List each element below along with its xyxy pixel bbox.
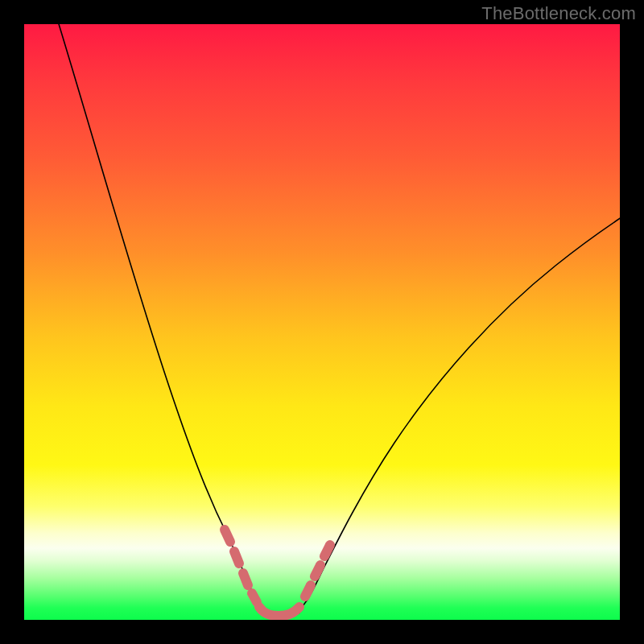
highlight-left-dash-4 — [252, 593, 257, 602]
highlight-valley — [259, 607, 299, 616]
chart-frame: TheBottleneck.com — [0, 0, 644, 644]
highlight-right-dash-2 — [315, 565, 320, 576]
watermark-text: TheBottleneck.com — [481, 3, 636, 24]
curve-left-arm — [56, 24, 270, 615]
curve-right-arm — [291, 217, 620, 615]
highlight-right-dash-1 — [305, 585, 311, 597]
highlight-left-dash-3 — [243, 573, 248, 585]
highlight-left-dash-2 — [234, 551, 239, 564]
highlight-right-dash-3 — [324, 545, 330, 556]
plot-area — [24, 24, 620, 620]
highlight-left-dash-1 — [225, 530, 230, 542]
curve-layer — [24, 24, 620, 620]
